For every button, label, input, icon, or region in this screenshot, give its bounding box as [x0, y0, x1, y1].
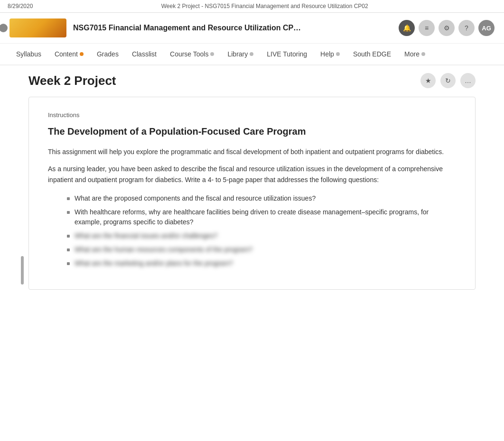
bookmark-icon[interactable]: ★	[420, 73, 436, 88]
nav-south-edge[interactable]: South EDGE	[346, 44, 398, 64]
nav-syllabus[interactable]: Syllabus	[9, 44, 48, 64]
scrollbar-thumb[interactable]	[21, 256, 24, 285]
nav-grades[interactable]: Grades	[90, 44, 125, 64]
bullet-3: What are the financial issues and/or cha…	[67, 229, 456, 243]
nav-content[interactable]: Content	[48, 44, 90, 64]
menu-icon[interactable]: ≡	[419, 20, 435, 36]
logo-dot	[0, 24, 8, 32]
more-options-icon[interactable]: …	[460, 73, 476, 88]
settings-icon[interactable]: ⚙	[439, 20, 455, 36]
logo	[9, 18, 66, 37]
bullet-1: What are the proposed components and the…	[67, 192, 456, 205]
content-box: Instructions The Development of a Popula…	[28, 97, 476, 290]
bullet-list: What are the proposed components and the…	[48, 192, 456, 270]
nav-classlist[interactable]: Classlist	[125, 44, 163, 64]
nav-more[interactable]: More	[398, 44, 432, 64]
share-icon[interactable]: ↻	[440, 73, 456, 88]
header-title: NSG7015 Financial Management and Resourc…	[73, 24, 301, 32]
header: NSG7015 Financial Management and Resourc…	[0, 13, 504, 44]
header-left: NSG7015 Financial Management and Resourc…	[9, 18, 301, 37]
nav-help[interactable]: Help	[314, 44, 346, 64]
course-tools-dot	[210, 52, 214, 56]
page-title: Week 2 Project	[28, 74, 116, 88]
navigation: Syllabus Content Grades Classlist Course…	[0, 44, 504, 65]
top-bar-title: Week 2 Project - NSG7015 Financial Manag…	[161, 3, 368, 9]
user-badge[interactable]: AG	[478, 20, 495, 36]
help-icon[interactable]: ?	[458, 20, 475, 36]
more-dot	[421, 52, 425, 56]
nav-library[interactable]: Library	[221, 44, 260, 64]
top-bar-date: 8/29/2020	[8, 3, 33, 9]
nav-live-tutoring[interactable]: LIVE Tutoring	[260, 44, 314, 64]
notification-icon[interactable]: 🔔	[399, 20, 415, 36]
help-dot	[336, 52, 340, 56]
library-dot	[250, 52, 253, 56]
header-icons: 🔔 ≡ ⚙ ? AG	[399, 20, 495, 36]
content-dot	[80, 52, 84, 56]
bullet-4: What are the human resources components …	[67, 243, 456, 257]
top-bar: 8/29/2020 Week 2 Project - NSG7015 Finan…	[0, 0, 504, 13]
nav-course-tools[interactable]: Course Tools	[163, 44, 221, 64]
assignment-body: This assignment will help you explore th…	[48, 147, 456, 270]
paragraph-2: As a nursing leader, you have been asked…	[48, 164, 456, 185]
instructions-label: Instructions	[48, 111, 456, 119]
paragraph-1: This assignment will help you explore th…	[48, 147, 456, 157]
bullet-5: What are the marketing and/or plans for …	[67, 257, 456, 270]
page-actions: ★ ↻ …	[420, 73, 476, 88]
assignment-title: The Development of a Population-Focused …	[48, 126, 456, 137]
page-header: Week 2 Project ★ ↻ …	[0, 65, 504, 92]
bullet-2: With healthcare reforms, why are healthc…	[67, 205, 456, 229]
